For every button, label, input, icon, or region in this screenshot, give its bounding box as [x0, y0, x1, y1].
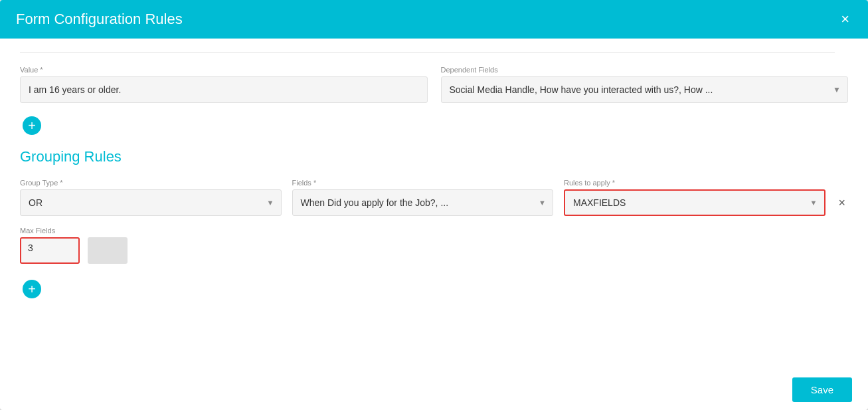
grouping-rules-row: Group Type * OR ▼ Fields * When Did you … [20, 179, 848, 216]
modal-header: Form Configuration Rules × [0, 0, 868, 39]
dependent-text: Social Media Handle, How have you intera… [450, 84, 713, 95]
add-icon-2: + [23, 280, 41, 298]
value-dependent-row: Value * I am 16 years or older. Dependen… [20, 66, 848, 103]
rules-to-apply-select[interactable]: MAXFIELDS ▼ [564, 189, 825, 216]
modal-title: Form Configuration Rules [16, 11, 183, 28]
save-button[interactable]: Save [792, 377, 852, 402]
group-type-select[interactable]: OR ▼ [20, 189, 282, 216]
max-fields-value: 3 [28, 243, 33, 253]
fields-chevron-icon: ▼ [539, 199, 546, 207]
fields-value: When Did you apply for the Job?, ... [301, 197, 449, 208]
group-type-label: Group Type * [20, 179, 282, 187]
remove-rule-button[interactable]: × [836, 196, 849, 210]
max-fields-box: Max Fields 3 [20, 227, 80, 264]
dependent-field-group: Dependent Fields Social Media Handle, Ho… [441, 66, 849, 103]
value-label: Value * [20, 66, 428, 74]
rules-to-apply-chevron-icon: ▼ [810, 199, 818, 207]
fields-select[interactable]: When Did you apply for the Job?, ... ▼ [292, 189, 554, 216]
max-fields-input[interactable]: 3 [20, 237, 80, 264]
value-text: I am 16 years or older. [29, 84, 121, 95]
add-rule-button-1[interactable]: + [20, 114, 44, 138]
max-fields-label: Max Fields [20, 227, 80, 235]
max-fields-extra [88, 237, 128, 264]
rules-to-apply-value: MAXFIELDS [573, 197, 626, 208]
group-type-field: Group Type * OR ▼ [20, 179, 282, 216]
modal-dialog: Form Configuration Rules × Value * I am … [0, 0, 868, 410]
close-button[interactable]: × [838, 12, 852, 27]
dependent-select[interactable]: Social Media Handle, How have you intera… [441, 76, 849, 103]
max-fields-row: Max Fields 3 [20, 227, 848, 264]
grouping-rules-heading: Grouping Rules [20, 148, 848, 165]
group-type-chevron-icon: ▼ [267, 199, 274, 207]
rules-to-apply-field: Rules to apply * MAXFIELDS ▼ [564, 179, 825, 216]
fields-label: Fields * [292, 179, 554, 187]
dependent-chevron-icon: ▼ [833, 85, 841, 94]
divider-top [20, 52, 835, 52]
fields-field: Fields * When Did you apply for the Job?… [292, 179, 554, 216]
rules-to-apply-label: Rules to apply * [564, 179, 825, 187]
modal-body: Value * I am 16 years or older. Dependen… [0, 39, 868, 369]
add-grouping-rule-button[interactable]: + [20, 277, 44, 301]
modal-footer: Save [0, 369, 868, 410]
add-icon-1: + [23, 116, 41, 135]
value-field-group: Value * I am 16 years or older. [20, 66, 428, 103]
dependent-label: Dependent Fields [441, 66, 849, 74]
value-input[interactable]: I am 16 years or older. [20, 76, 428, 103]
group-type-value: OR [29, 197, 43, 208]
